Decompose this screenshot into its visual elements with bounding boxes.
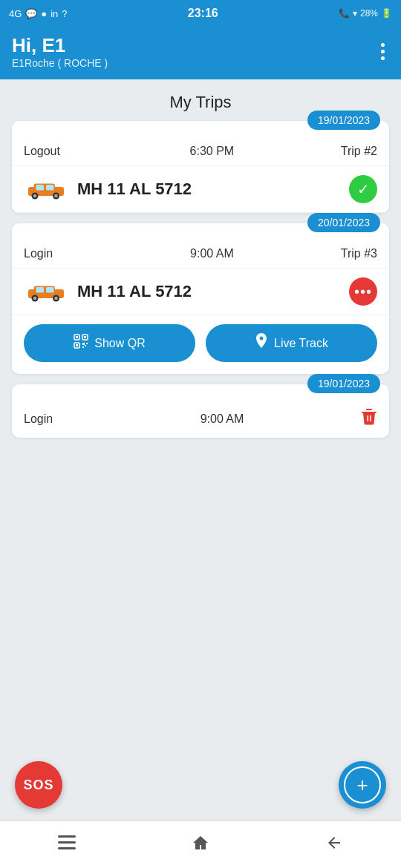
page-title: My Trips — [0, 93, 401, 112]
trip-card-1: 19/01/2023 Logout 6:30 PM Trip #2 MH 11 … — [12, 121, 389, 213]
svg-point-13 — [33, 297, 37, 300]
status-time: 23:16 — [188, 7, 218, 20]
phone-icon: 📞 — [339, 8, 350, 19]
add-button-inner: + — [344, 766, 381, 803]
trip1-car-icon — [24, 179, 68, 200]
svg-point-5 — [33, 194, 37, 198]
ellipsis-icon: ••• — [354, 283, 372, 300]
trips-container: 19/01/2023 Logout 6:30 PM Trip #2 MH 11 … — [0, 121, 401, 438]
trip2-action-row: Show QR Live Track — [12, 315, 389, 374]
svg-rect-23 — [86, 343, 88, 344]
trip2-time: 9:00 AM — [83, 247, 341, 260]
svg-rect-17 — [76, 336, 78, 338]
home-nav-icon[interactable] — [177, 828, 224, 862]
live-track-button[interactable]: Live Track — [206, 324, 377, 362]
trip-card-3: 19/01/2023 Login 9:00 AM — [12, 384, 389, 438]
trip1-number: Trip #2 — [341, 145, 377, 158]
svg-rect-21 — [76, 344, 78, 346]
delete-button[interactable] — [361, 408, 377, 430]
trip2-number: Trip #3 — [341, 247, 377, 260]
svg-rect-3 — [46, 185, 54, 191]
dot3 — [381, 56, 385, 60]
add-button[interactable]: + — [339, 761, 386, 809]
trip2-car-icon — [24, 281, 68, 302]
hamburger-nav-icon[interactable] — [43, 829, 91, 861]
user-subtitle: E1Roche ( ROCHE ) — [12, 57, 108, 69]
svg-rect-22 — [82, 343, 85, 345]
svg-rect-29 — [370, 415, 371, 421]
svg-rect-27 — [366, 409, 372, 410]
status-bar: 4G 💬 ● in ? 23:16 📞 ▾ 28% 🔋 — [0, 0, 401, 27]
battery-level: 28% — [360, 8, 378, 19]
status-left-icons: 4G 💬 ● in ? — [9, 8, 68, 19]
dot1 — [381, 43, 385, 47]
trip1-date-badge: 19/01/2023 — [307, 111, 380, 130]
trip1-vehicle-row: MH 11 AL 5712 ✓ — [12, 166, 389, 213]
messenger-icon: ● — [41, 8, 47, 19]
greeting-text: Hi, E1 — [12, 34, 108, 57]
whatsapp-icon: 💬 — [25, 8, 37, 19]
status-right-icons: 📞 ▾ 28% 🔋 — [339, 8, 392, 19]
svg-rect-28 — [368, 415, 369, 421]
location-pin-icon — [255, 333, 268, 353]
header-menu-button[interactable] — [376, 39, 389, 65]
svg-point-15 — [54, 297, 58, 300]
trip2-info-row: Login 9:00 AM Trip #3 — [12, 240, 389, 269]
trip3-type: Login — [24, 412, 83, 426]
network-icon: 4G — [9, 8, 22, 19]
trip1-time: 6:30 PM — [83, 145, 341, 158]
trip-card-2: 20/01/2023 Login 9:00 AM Trip #3 MH 11 A… — [12, 223, 389, 374]
trip2-more-badge[interactable]: ••• — [349, 277, 377, 306]
svg-rect-25 — [85, 345, 86, 346]
svg-rect-31 — [58, 841, 76, 844]
svg-rect-2 — [36, 185, 45, 191]
trip3-time: 9:00 AM — [83, 412, 361, 426]
svg-rect-24 — [82, 346, 84, 348]
sos-label: SOS — [23, 777, 53, 793]
svg-rect-30 — [58, 835, 76, 838]
trip2-type: Login — [24, 247, 83, 260]
app-header: Hi, E1 E1Roche ( ROCHE ) — [0, 27, 401, 79]
svg-rect-19 — [84, 336, 86, 338]
svg-rect-32 — [58, 847, 76, 849]
back-nav-icon[interactable] — [310, 828, 358, 862]
dot2 — [381, 50, 385, 53]
trip3-info-row: Login 9:00 AM — [12, 401, 389, 438]
trip2-date-badge: 20/01/2023 — [307, 213, 380, 232]
bottom-navigation — [0, 821, 401, 868]
battery-icon: 🔋 — [381, 8, 392, 19]
trip1-type: Logout — [24, 145, 83, 158]
trip1-info-row: Logout 6:30 PM Trip #2 — [12, 137, 389, 166]
add-icon: + — [356, 775, 368, 795]
qr-icon — [74, 334, 88, 352]
svg-point-7 — [54, 194, 58, 198]
svg-rect-11 — [46, 287, 54, 293]
trip2-vehicle-row: MH 11 AL 5712 ••• — [12, 269, 389, 315]
svg-rect-10 — [36, 287, 45, 293]
svg-rect-26 — [362, 412, 376, 413]
live-track-label: Live Track — [274, 337, 328, 350]
trip1-verified-badge: ✓ — [349, 175, 377, 203]
linkedin-icon: in — [50, 8, 58, 19]
trip2-plate: MH 11 AL 5712 — [77, 282, 340, 301]
show-qr-button[interactable]: Show QR — [24, 324, 195, 362]
trip1-plate: MH 11 AL 5712 — [77, 180, 340, 199]
wifi-icon: ▾ — [353, 8, 357, 19]
checkmark-icon: ✓ — [357, 180, 370, 198]
trip3-date-badge: 19/01/2023 — [307, 374, 380, 393]
info-icon: ? — [62, 8, 67, 19]
header-text: Hi, E1 E1Roche ( ROCHE ) — [12, 34, 108, 69]
sos-button[interactable]: SOS — [15, 761, 62, 809]
show-qr-label: Show QR — [94, 337, 145, 350]
